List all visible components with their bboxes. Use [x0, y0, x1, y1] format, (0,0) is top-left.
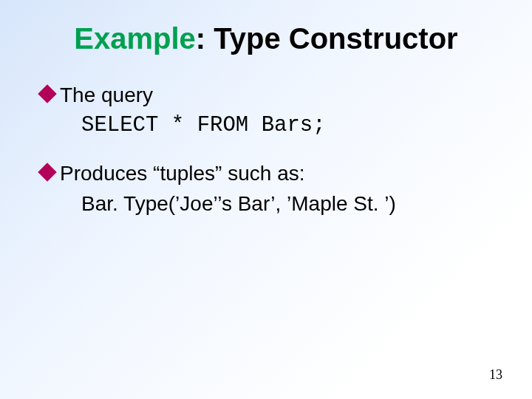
bullet-text: The query — [60, 81, 153, 109]
bullet-diamond-icon — [38, 84, 56, 103]
bullet-subtext: Bar. Type(’Joe’’s Bar’, ’Maple St. ’) — [81, 189, 491, 218]
title-rest: : Type Constructor — [196, 22, 458, 55]
bullet-text: Produces “tuples” such as: — [60, 159, 305, 188]
bullet-item: Produces “tuples” such as: — [41, 159, 491, 188]
code-line: SELECT * FROM Bars; — [81, 111, 491, 141]
slide: Example: Type Constructor The query SELE… — [0, 0, 532, 399]
title-accent: Example — [74, 22, 196, 55]
slide-title: Example: Type Constructor — [41, 22, 491, 55]
bullet-diamond-icon — [38, 163, 56, 181]
bullet-list: The query SELECT * FROM Bars; Produces “… — [41, 81, 491, 218]
page-number: 13 — [489, 367, 502, 383]
bullet-item: The query — [41, 81, 491, 109]
